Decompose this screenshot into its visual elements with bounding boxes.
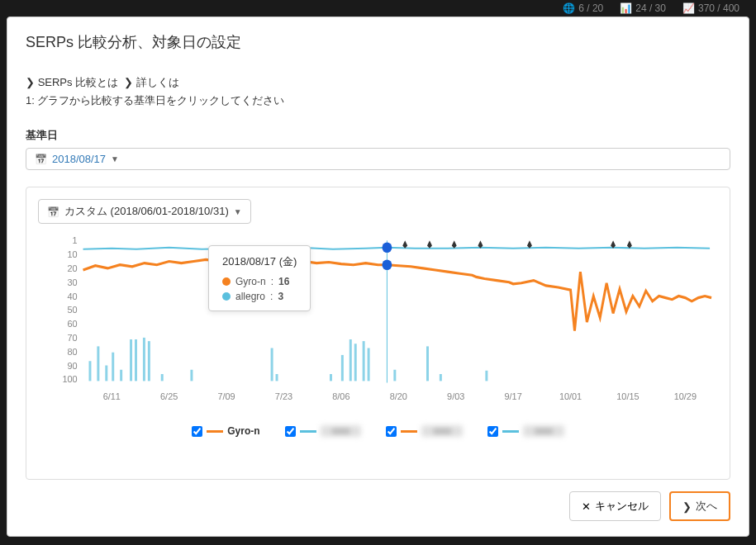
legend-item-gyro-n[interactable]: Gyro-n bbox=[192, 425, 259, 437]
svg-rect-24 bbox=[105, 366, 107, 382]
swatch-orange-icon bbox=[401, 430, 417, 433]
marker-allegro bbox=[382, 242, 392, 253]
topbar: 🌐 6 / 20 📊 24 / 30 📈 370 / 400 bbox=[546, 0, 756, 17]
svg-rect-28 bbox=[135, 339, 137, 381]
svg-rect-31 bbox=[161, 374, 164, 381]
svg-text:7/09: 7/09 bbox=[217, 391, 235, 401]
chevron-right-icon: ❯ bbox=[682, 500, 692, 513]
dot-orange-icon bbox=[222, 277, 231, 286]
svg-rect-22 bbox=[88, 361, 91, 381]
svg-rect-26 bbox=[120, 370, 122, 382]
calendar-icon bbox=[47, 206, 59, 218]
legend-checkbox-3[interactable] bbox=[386, 426, 397, 437]
svg-rect-44 bbox=[485, 371, 487, 382]
svg-text:10/29: 10/29 bbox=[674, 391, 697, 401]
legend-checkbox-2[interactable] bbox=[285, 426, 296, 437]
legend-item-4[interactable]: ■■■ bbox=[487, 425, 564, 437]
bars-series bbox=[88, 338, 487, 382]
svg-rect-41 bbox=[393, 370, 396, 382]
serps-compare-modal: SERPs 比較分析、対象日の設定 ❯ SERPs 比較とは ❯ 詳しくは 1:… bbox=[7, 17, 749, 537]
modal-footer: ✕ キャンセル ❯ 次へ bbox=[26, 491, 730, 521]
y-axis: 1 10 20 30 40 50 60 70 80 90 100 bbox=[62, 235, 77, 384]
svg-rect-25 bbox=[112, 353, 114, 382]
svg-rect-30 bbox=[148, 341, 150, 381]
modal-title: SERPs 比較分析、対象日の設定 bbox=[26, 32, 730, 52]
svg-text:100: 100 bbox=[62, 374, 77, 384]
legend-item-2[interactable]: ■■■ bbox=[285, 425, 362, 437]
swatch-teal-icon bbox=[300, 430, 316, 433]
chevron-right-icon: ❯ bbox=[26, 76, 35, 88]
legend-checkbox-4[interactable] bbox=[487, 426, 498, 437]
stat-trend: 📈 370 / 400 bbox=[682, 2, 739, 15]
swatch-orange-icon bbox=[207, 430, 223, 433]
svg-rect-38 bbox=[354, 344, 357, 381]
svg-text:6/11: 6/11 bbox=[103, 391, 121, 401]
base-date-picker[interactable]: 2018/08/17 ▼ bbox=[26, 148, 730, 170]
svg-text:9/17: 9/17 bbox=[505, 391, 522, 401]
legend-checkbox-gyro-n[interactable] bbox=[192, 426, 202, 437]
svg-text:50: 50 bbox=[67, 305, 77, 315]
svg-text:90: 90 bbox=[67, 360, 77, 370]
svg-text:8/20: 8/20 bbox=[390, 391, 407, 401]
chart-card: カスタム (2018/06/01-2018/10/31) ▼ 1 10 20 3… bbox=[26, 187, 730, 480]
cancel-button[interactable]: ✕ キャンセル bbox=[569, 491, 661, 521]
svg-rect-40 bbox=[368, 348, 370, 382]
series-gyro-n bbox=[83, 259, 712, 330]
marker-gyro-n bbox=[382, 259, 392, 270]
tooltip-row-allegro: allegro:3 bbox=[222, 291, 297, 302]
series-allegro bbox=[83, 248, 711, 249]
svg-text:70: 70 bbox=[67, 333, 77, 343]
svg-text:8/06: 8/06 bbox=[332, 391, 349, 401]
stat-globe: 🌐 6 / 20 bbox=[563, 2, 603, 15]
base-date-label: 基準日 bbox=[26, 128, 730, 143]
svg-rect-39 bbox=[363, 341, 365, 381]
svg-text:7/23: 7/23 bbox=[275, 391, 292, 401]
link-details[interactable]: 詳しくは bbox=[136, 76, 179, 88]
svg-text:6/25: 6/25 bbox=[160, 391, 178, 401]
base-date-value: 2018/08/17 bbox=[52, 153, 106, 165]
svg-text:40: 40 bbox=[67, 291, 77, 301]
stat-bar: 📊 24 / 30 bbox=[620, 2, 666, 15]
svg-text:10/01: 10/01 bbox=[559, 391, 582, 401]
rank-chart[interactable]: 1 10 20 30 40 50 60 70 80 90 100 6/11 6/… bbox=[38, 235, 718, 409]
swatch-teal-icon bbox=[502, 430, 519, 433]
chart-tooltip: 2018/08/17 (金) Gyro-n:16 allegro:3 bbox=[208, 245, 311, 311]
caret-down-icon: ▼ bbox=[234, 207, 242, 216]
close-icon: ✕ bbox=[582, 500, 591, 513]
svg-text:9/03: 9/03 bbox=[447, 391, 464, 401]
svg-rect-42 bbox=[426, 346, 429, 381]
svg-rect-29 bbox=[143, 338, 145, 382]
svg-text:1: 1 bbox=[73, 235, 78, 245]
svg-rect-23 bbox=[97, 346, 99, 381]
calendar-icon bbox=[35, 153, 47, 165]
svg-rect-33 bbox=[271, 348, 273, 382]
tooltip-row-gyro-n: Gyro-n:16 bbox=[222, 276, 297, 287]
svg-text:20: 20 bbox=[67, 263, 77, 273]
range-label: カスタム (2018/06/01-2018/10/31) bbox=[64, 204, 229, 219]
help-links: ❯ SERPs 比較とは ❯ 詳しくは bbox=[26, 75, 730, 90]
next-button[interactable]: ❯ 次へ bbox=[669, 491, 730, 521]
svg-rect-34 bbox=[276, 374, 278, 381]
caret-down-icon: ▼ bbox=[111, 154, 119, 164]
chevron-right-icon: ❯ bbox=[124, 76, 133, 88]
link-about-serps[interactable]: SERPs 比較とは bbox=[38, 76, 119, 88]
svg-rect-35 bbox=[330, 374, 332, 381]
svg-text:80: 80 bbox=[67, 347, 77, 357]
svg-rect-37 bbox=[349, 339, 352, 381]
svg-rect-36 bbox=[341, 355, 344, 382]
tooltip-date: 2018/08/17 (金) bbox=[222, 254, 297, 269]
date-range-picker[interactable]: カスタム (2018/06/01-2018/10/31) ▼ bbox=[38, 199, 251, 224]
legend-item-3[interactable]: ■■■ bbox=[386, 425, 463, 437]
instruction-text: 1: グラフから比較する基準日をクリックしてください bbox=[26, 93, 730, 108]
dot-teal-icon bbox=[222, 292, 231, 301]
svg-rect-32 bbox=[190, 370, 193, 382]
chart-legend: Gyro-n ■■■ ■■■ ■■■ bbox=[38, 425, 718, 437]
svg-text:10/15: 10/15 bbox=[616, 391, 639, 401]
svg-rect-27 bbox=[130, 339, 132, 381]
x-axis: 6/11 6/25 7/09 7/23 8/06 8/20 9/03 9/17 … bbox=[103, 391, 697, 401]
svg-text:60: 60 bbox=[67, 319, 77, 329]
svg-text:30: 30 bbox=[67, 277, 77, 287]
svg-text:10: 10 bbox=[67, 249, 77, 259]
svg-rect-43 bbox=[440, 374, 442, 381]
